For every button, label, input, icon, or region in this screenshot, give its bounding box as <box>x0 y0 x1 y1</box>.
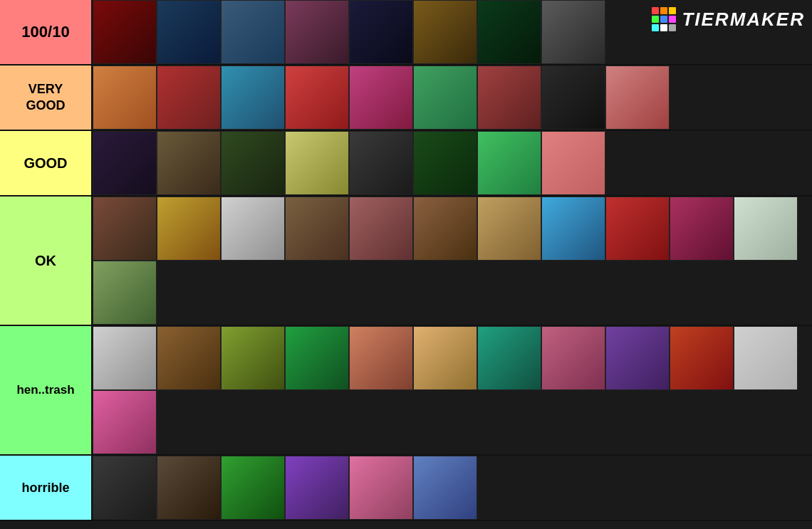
character-slot[interactable] <box>541 0 605 64</box>
character-slot[interactable] <box>157 131 221 195</box>
character-slot[interactable] <box>157 0 221 64</box>
character-slot[interactable] <box>285 131 349 195</box>
tier-label-ok: OK <box>0 197 91 325</box>
character-slot[interactable] <box>93 456 157 520</box>
tier-content-hentrash <box>91 326 812 454</box>
tier-label-good: GOOD <box>0 131 91 195</box>
tier-content-horrible <box>91 456 812 520</box>
tier-label-horrible: horrible <box>0 456 91 520</box>
character-slot[interactable] <box>670 197 734 261</box>
character-slot[interactable] <box>349 456 413 520</box>
tier-row-ok: OK <box>0 197 812 326</box>
character-slot[interactable] <box>605 197 670 261</box>
character-slot[interactable] <box>93 66 157 130</box>
character-slot[interactable] <box>157 197 221 261</box>
character-slot[interactable] <box>221 66 285 130</box>
character-slot[interactable] <box>349 66 413 130</box>
logo-text: TiERMAKER <box>682 8 805 31</box>
character-slot[interactable] <box>734 197 798 261</box>
character-slot[interactable] <box>285 456 349 520</box>
character-slot[interactable] <box>221 197 285 261</box>
character-slot[interactable] <box>413 66 477 130</box>
character-slot[interactable] <box>285 66 349 130</box>
character-slot[interactable] <box>541 326 605 390</box>
character-slot[interactable] <box>413 197 477 261</box>
character-slot[interactable] <box>93 326 157 390</box>
character-slot[interactable] <box>157 326 221 390</box>
character-slot[interactable] <box>605 66 670 130</box>
character-slot[interactable] <box>413 131 477 195</box>
character-slot[interactable] <box>413 0 477 64</box>
character-slot[interactable] <box>285 0 349 64</box>
tier-list: 100/10 VERY GOOD <box>0 0 812 521</box>
character-slot[interactable] <box>285 326 349 390</box>
character-slot[interactable] <box>349 326 413 390</box>
tier-row-verygood: VERY GOOD <box>0 66 812 131</box>
character-slot[interactable] <box>285 197 349 261</box>
character-slot[interactable] <box>93 261 157 325</box>
character-slot[interactable] <box>541 197 605 261</box>
character-slot[interactable] <box>221 326 285 390</box>
character-slot[interactable] <box>349 0 413 64</box>
character-slot[interactable] <box>349 197 413 261</box>
tier-row-hentrash: hen..trash <box>0 326 812 456</box>
tier-row-good: GOOD <box>0 131 812 197</box>
character-slot[interactable] <box>670 326 734 390</box>
character-slot[interactable] <box>605 326 670 390</box>
character-slot[interactable] <box>157 66 221 130</box>
tier-label-100: 100/10 <box>0 0 91 64</box>
tier-row-horrible: horrible <box>0 456 812 521</box>
character-slot[interactable] <box>349 131 413 195</box>
tier-content-ok <box>91 197 812 325</box>
character-slot[interactable] <box>221 456 285 520</box>
character-slot[interactable] <box>541 66 605 130</box>
character-slot[interactable] <box>477 0 541 64</box>
character-slot[interactable] <box>477 131 541 195</box>
character-slot[interactable] <box>93 0 157 64</box>
character-slot[interactable] <box>157 456 221 520</box>
character-slot[interactable] <box>541 131 605 195</box>
logo-grid-icon <box>652 7 676 31</box>
character-slot[interactable] <box>93 131 157 195</box>
character-slot[interactable] <box>413 326 477 390</box>
character-slot[interactable] <box>93 390 157 454</box>
character-slot[interactable] <box>477 66 541 130</box>
tier-content-verygood <box>91 66 812 130</box>
character-slot[interactable] <box>477 197 541 261</box>
tier-label-verygood: VERY GOOD <box>0 66 91 130</box>
character-slot[interactable] <box>93 197 157 261</box>
character-slot[interactable] <box>477 326 541 390</box>
character-slot[interactable] <box>413 456 477 520</box>
tiermaker-logo: TiERMAKER <box>652 7 805 31</box>
tier-label-hentrash: hen..trash <box>0 326 91 454</box>
tier-content-good <box>91 131 812 195</box>
character-slot[interactable] <box>734 326 798 390</box>
character-slot[interactable] <box>221 131 285 195</box>
character-slot[interactable] <box>221 0 285 64</box>
